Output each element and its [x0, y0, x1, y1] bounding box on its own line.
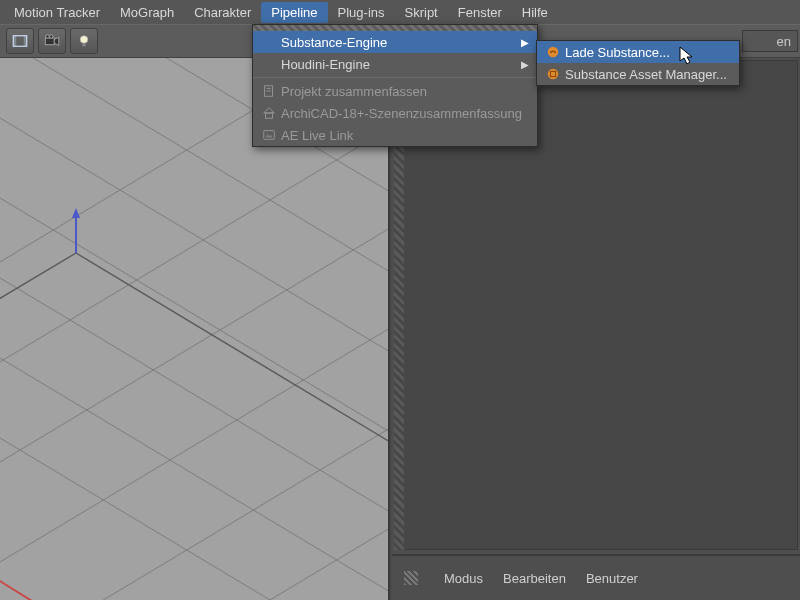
svg-text:Ae: Ae [266, 133, 273, 139]
menu-hilfe[interactable]: Hilfe [512, 2, 558, 23]
submenu-load-substance[interactable]: Lade Substance... [537, 41, 739, 63]
user-menu[interactable]: Benutzer [586, 571, 638, 586]
substance-submenu: Lade Substance... Substance Asset Manage… [536, 40, 740, 86]
menu-substance-engine[interactable]: Substance-Engine ▶ [253, 31, 537, 53]
layout-badge[interactable]: en [742, 30, 798, 52]
film-icon[interactable] [6, 28, 34, 54]
menu-ae-live-link[interactable]: Ae AE Live Link [253, 124, 537, 146]
svg-point-36 [548, 47, 559, 58]
menu-motion-tracker[interactable]: Motion Tracker [4, 2, 110, 23]
separator [253, 77, 537, 78]
chevron-right-icon: ▶ [521, 37, 529, 48]
svg-marker-32 [264, 108, 275, 113]
doc-icon [259, 84, 279, 98]
ae-icon: Ae [259, 128, 279, 142]
menu-skript[interactable]: Skript [395, 2, 448, 23]
menu-mograph[interactable]: MoGraph [110, 2, 184, 23]
substance-orange-icon [543, 45, 563, 59]
layout-badge-text: en [777, 34, 791, 49]
bulb-icon[interactable] [70, 28, 98, 54]
menu-item-label: AE Live Link [279, 128, 529, 143]
submenu-item-label: Substance Asset Manager... [563, 67, 731, 82]
svg-rect-1 [13, 36, 16, 47]
menu-item-label: ArchiCAD-18+-Szenenzusammenfassung [279, 106, 529, 121]
svg-point-5 [46, 35, 49, 38]
submenu-asset-manager[interactable]: Substance Asset Manager... [537, 63, 739, 85]
svg-rect-8 [83, 43, 86, 46]
menu-item-label: Substance-Engine [279, 35, 521, 50]
submenu-item-label: Lade Substance... [563, 45, 731, 60]
substance-orange-icon [543, 67, 563, 81]
pipeline-dropdown: Substance-Engine ▶ Houdini-Engine ▶ Proj… [252, 24, 538, 147]
edit-menu[interactable]: Bearbeiten [503, 571, 566, 586]
camera-icon[interactable] [38, 28, 66, 54]
menubar: Motion Tracker MoGraph Charakter Pipelin… [0, 0, 800, 24]
mode-menu[interactable]: Modus [444, 571, 483, 586]
menu-item-label: Projekt zusammenfassen [279, 84, 529, 99]
menu-projekt-zusammenfassen[interactable]: Projekt zusammenfassen [253, 80, 537, 102]
svg-marker-4 [54, 37, 59, 45]
svg-point-7 [80, 36, 88, 44]
menu-item-label: Houdini-Engine [279, 57, 521, 72]
svg-point-6 [50, 35, 53, 38]
drag-handle-icon[interactable] [404, 571, 418, 585]
menu-houdini-engine[interactable]: Houdini-Engine ▶ [253, 53, 537, 75]
svg-rect-2 [24, 36, 27, 47]
menu-charakter[interactable]: Charakter [184, 2, 261, 23]
svg-rect-33 [266, 113, 273, 118]
svg-rect-3 [45, 38, 54, 45]
arch-icon [259, 106, 279, 120]
svg-point-37 [548, 69, 559, 80]
menu-plugins[interactable]: Plug-ins [328, 2, 395, 23]
menu-fenster[interactable]: Fenster [448, 2, 512, 23]
attribute-bar: Modus Bearbeiten Benutzer [392, 554, 800, 600]
chevron-right-icon: ▶ [521, 59, 529, 70]
menu-archicad[interactable]: ArchiCAD-18+-Szenenzusammenfassung [253, 102, 537, 124]
menu-pipeline[interactable]: Pipeline [261, 2, 327, 23]
